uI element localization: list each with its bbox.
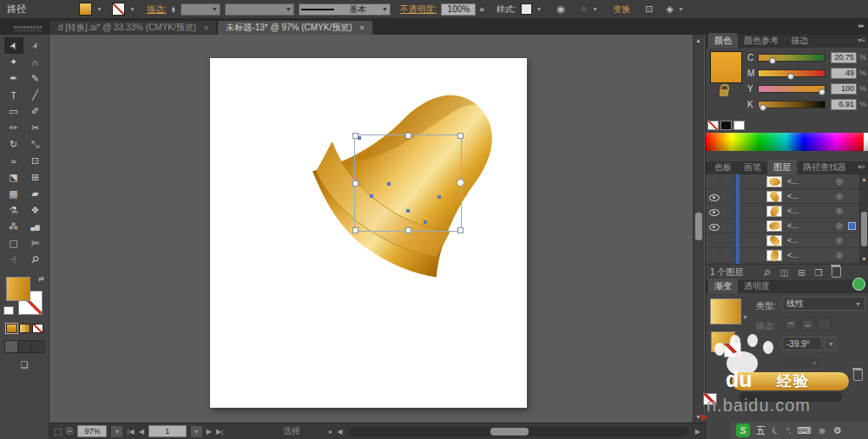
close-tab-1-icon[interactable]: × — [204, 23, 208, 32]
default-fill-stroke-icon[interactable] — [3, 306, 14, 315]
draw-normal-button[interactable] — [5, 341, 18, 352]
mesh-tool[interactable]: ▦ — [4, 186, 23, 202]
bounding-box-icon[interactable]: ⊡ — [645, 3, 653, 15]
gradient-stroke-proxy[interactable] — [724, 343, 741, 357]
brush-select[interactable]: 基本 ▼ — [299, 3, 391, 16]
make-clip-mask-icon[interactable]: ◫ — [780, 268, 788, 278]
tab-layers[interactable]: 图层 — [767, 160, 797, 174]
layer-target-icon[interactable]: ◎ — [836, 221, 843, 230]
hscroll-left-icon[interactable]: ◀ — [337, 428, 342, 436]
layer-target-icon[interactable]: ◎ — [836, 177, 843, 186]
layer-thumbnail[interactable] — [766, 191, 782, 202]
channel-value-input[interactable]: 6.91 — [831, 99, 857, 110]
horizontal-scrollbar-thumb[interactable] — [490, 428, 529, 436]
tab-gradient[interactable]: 渐变 — [708, 278, 738, 293]
selection-tool[interactable]: ➤ — [4, 37, 23, 54]
scissors-tool[interactable]: ✂ — [26, 120, 45, 136]
opacity-expand-icon[interactable]: ▶ — [480, 6, 484, 13]
none-swatch[interactable] — [707, 121, 719, 130]
ime-logo[interactable]: S — [736, 423, 750, 437]
tab-color[interactable]: 颜色 — [708, 33, 738, 48]
share-icon[interactable]: ⎘ — [66, 426, 73, 436]
hand-tool[interactable]: ☝ — [4, 252, 23, 268]
width-tool[interactable]: ≈ — [4, 153, 23, 169]
aspect-ratio-select[interactable]: ▼ — [782, 356, 822, 370]
black-swatch[interactable] — [720, 121, 732, 130]
visibility-eye-icon[interactable] — [709, 194, 720, 201]
layer-thumbnail[interactable] — [766, 206, 782, 217]
line-tool[interactable]: ╱ — [26, 87, 45, 103]
layers-scroll-down-icon[interactable]: ▼ — [861, 256, 867, 262]
handle-mid-right[interactable] — [457, 179, 464, 187]
dock-collapse-icon[interactable]: ▸▸ — [858, 22, 864, 29]
delete-layer-icon[interactable] — [832, 266, 841, 279]
opacity-link[interactable]: 不透明度: — [400, 3, 437, 16]
path-anchor[interactable] — [424, 220, 427, 224]
gradient-angle-dropdown-icon[interactable]: ▼ — [824, 337, 836, 351]
fill-dropdown-icon[interactable]: ▼ — [96, 6, 102, 12]
channel-value-input[interactable]: 100 — [831, 83, 857, 95]
slice-tool[interactable]: ✄ — [26, 235, 45, 252]
handle-bottom-right[interactable] — [457, 227, 464, 233]
stroke-link[interactable]: 描边: — [147, 3, 167, 16]
gradient-tool[interactable]: ▰ — [26, 186, 45, 202]
stroke-color-swatch[interactable] — [112, 3, 125, 16]
none-button[interactable] — [32, 324, 43, 333]
align-options-icon[interactable]: ⁘ — [580, 3, 588, 15]
channel-value-input[interactable]: 49 — [831, 68, 857, 79]
color-panel-menu-icon[interactable]: ▾≡ — [858, 36, 865, 44]
scroll-down-icon[interactable]: ▼ — [695, 414, 701, 420]
horizontal-scrollbar[interactable] — [349, 427, 688, 436]
layer-thumbnail[interactable] — [766, 176, 782, 187]
artboard-nav-icon[interactable]: ⬚ — [54, 427, 62, 436]
tab-swatches[interactable]: 色板 — [708, 160, 738, 174]
channel-slider[interactable] — [758, 54, 825, 62]
draw-inside-button[interactable] — [31, 341, 43, 352]
handle-top-right[interactable] — [457, 133, 464, 139]
channel-slider-thumb[interactable] — [769, 57, 776, 64]
tab-color-guide[interactable]: 颜色参考 — [738, 33, 785, 48]
eyedropper-tool[interactable]: ⚗ — [4, 202, 23, 219]
rectangle-tool[interactable]: ▭ — [4, 103, 23, 120]
layer-label[interactable]: <... — [787, 251, 799, 259]
gradient-angle-input[interactable]: -39.9° — [782, 337, 822, 351]
last-artboard-icon[interactable]: ▶| — [216, 428, 223, 436]
artboard-tool[interactable]: ▢ — [4, 235, 23, 252]
artboard-dropdown-icon[interactable]: ▼ — [191, 426, 202, 437]
ime-keyboard-icon[interactable]: ⌨ — [797, 425, 811, 436]
ime-toolbar[interactable]: S 五 ☾ °, ⌨ ☻ ⚙ — [731, 422, 868, 439]
lock-icon[interactable] — [720, 89, 728, 96]
isolate-dropdown-icon[interactable]: ▼ — [678, 6, 684, 12]
layer-row[interactable]: <... ◎ — [706, 248, 868, 263]
recolor-artwork-icon[interactable]: ◉ — [557, 3, 566, 15]
draw-behind-button[interactable] — [18, 341, 31, 352]
color-button[interactable] — [6, 324, 17, 333]
swap-fill-stroke-icon[interactable]: ⇄ — [38, 275, 44, 283]
layers-panel-menu-icon[interactable]: ▾≡ — [858, 163, 865, 171]
canvas-area[interactable]: ▲ ▼ — [49, 35, 705, 423]
stroke-across-icon[interactable]: ⬚ — [817, 318, 832, 331]
path-anchor[interactable] — [358, 136, 361, 140]
isolate-icon[interactable]: ◈ — [666, 3, 673, 15]
fill-color-swatch[interactable] — [79, 3, 92, 16]
layer-target-icon[interactable]: ◎ — [836, 192, 843, 200]
graph-tool[interactable]: ▄▆ — [26, 219, 45, 235]
ime-settings-icon[interactable]: ⚙ — [833, 425, 842, 436]
status-expand-icon[interactable]: ▸ — [329, 428, 332, 436]
screen-mode-button[interactable]: ❏ — [0, 360, 49, 370]
rotate-tool[interactable]: ↻ — [4, 136, 23, 153]
selection-bounding-box[interactable] — [354, 134, 462, 232]
tab-brushes[interactable]: 画笔 — [738, 160, 767, 174]
align-dropdown-icon[interactable]: ▼ — [592, 6, 598, 12]
document-tab-2[interactable]: 未标题-13* @ 97% (CMYK/预览) × — [218, 21, 372, 35]
gradient-preset-dropdown-icon[interactable]: ▼ — [742, 314, 748, 320]
layer-row[interactable]: <... ◎ — [706, 233, 868, 248]
artboard[interactable] — [210, 58, 527, 408]
style-dropdown-icon[interactable]: ▼ — [536, 6, 542, 12]
gradient-preview-swatch[interactable] — [710, 298, 741, 324]
vertical-scrollbar[interactable]: ▲ ▼ — [693, 35, 704, 423]
ime-punct-icon[interactable]: °, — [786, 427, 791, 435]
prev-artboard-icon[interactable]: ◀ — [139, 428, 144, 436]
locate-object-icon[interactable]: ⚲ — [762, 267, 773, 278]
toolbar-grip[interactable] — [14, 26, 42, 32]
